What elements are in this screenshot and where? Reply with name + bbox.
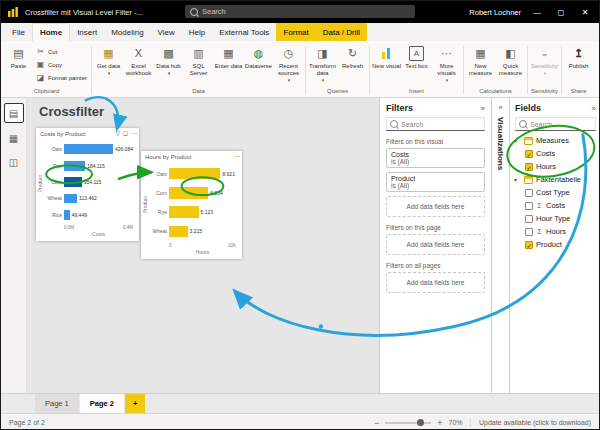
axis-tick: 0.4M bbox=[123, 225, 133, 230]
user-name[interactable]: Robert Lochner bbox=[469, 8, 521, 17]
fields-item-hours[interactable]: ✓Hours bbox=[510, 160, 600, 173]
menu-tab-data-drill[interactable]: Data / Drill bbox=[316, 23, 367, 41]
new-visual-button[interactable]: New visual bbox=[372, 43, 401, 86]
value-label: 113.462 bbox=[79, 195, 97, 201]
menu-tab-file[interactable]: File bbox=[5, 23, 32, 41]
expand-pane-icon[interactable]: « bbox=[498, 103, 502, 112]
minimize-button[interactable]: — bbox=[529, 8, 545, 17]
more-options-icon[interactable]: ⋯ bbox=[131, 129, 137, 136]
fields-item-costs[interactable]: ✓Costs bbox=[510, 147, 600, 160]
fields-item-product[interactable]: ✓Product bbox=[510, 238, 600, 251]
paste-button[interactable]: ▤Paste bbox=[4, 43, 33, 86]
update-available-link[interactable]: Update available (click to download) bbox=[479, 419, 591, 426]
new-page-button[interactable]: + bbox=[125, 394, 145, 413]
field-checkbox[interactable] bbox=[525, 202, 533, 210]
focus-mode-icon[interactable]: ◻ bbox=[123, 129, 128, 136]
canvas-title-textbox[interactable]: Crossfilter bbox=[39, 104, 104, 119]
excel-workbook-button[interactable]: XExcel workbook bbox=[124, 43, 153, 86]
more-visuals-button[interactable]: ⋯More visuals▾ bbox=[432, 43, 461, 86]
publish-button[interactable]: ↥Publish bbox=[564, 43, 593, 86]
text-box-button[interactable]: AText box bbox=[402, 43, 431, 86]
category-label: Rice bbox=[46, 212, 62, 218]
filter-card-costs[interactable]: Costsis (All) bbox=[386, 148, 485, 168]
zoom-slider[interactable] bbox=[385, 422, 431, 424]
add-data-fields-target[interactable]: Add data fields here bbox=[386, 196, 485, 217]
fields-item-cost-type[interactable]: Cost Type bbox=[510, 186, 600, 199]
chevron-down-icon: ▾ bbox=[98, 70, 120, 76]
add-data-fields-target[interactable]: Add data fields here bbox=[386, 234, 485, 255]
menu-tab-home[interactable]: Home bbox=[32, 23, 70, 41]
bar-row: Wheat113.462 bbox=[46, 190, 134, 206]
bar[interactable] bbox=[169, 226, 188, 238]
field-checkbox[interactable]: ✓ bbox=[525, 163, 533, 171]
new-measure-button[interactable]: ▦New measure bbox=[466, 43, 495, 86]
zoom-out-button[interactable]: − bbox=[374, 418, 379, 428]
maximize-button[interactable]: ◻ bbox=[553, 8, 569, 17]
page-tab-page-2[interactable]: Page 2 bbox=[80, 394, 124, 413]
data-hub-button[interactable]: ▩Data hub▾ bbox=[154, 43, 183, 86]
format-painter-button[interactable]: ◪Format painter bbox=[34, 72, 89, 83]
report-canvas[interactable]: Crossfilter ▽ ◻ ⋯ Costs by Product Oats4… bbox=[27, 98, 379, 393]
filter-card-product[interactable]: Productis (All) bbox=[386, 172, 485, 192]
filter-funnel-icon[interactable]: ▽ bbox=[115, 129, 120, 136]
menu-tab-help[interactable]: Help bbox=[182, 23, 212, 41]
dataverse-button[interactable]: ◍Dataverse bbox=[244, 43, 273, 86]
bar[interactable] bbox=[64, 161, 85, 171]
enter-data-button[interactable]: ▦Enter data bbox=[214, 43, 243, 86]
quick-measure-button[interactable]: ◧Quick measure bbox=[496, 43, 525, 86]
fields-item-hours[interactable]: ΣHours bbox=[510, 225, 600, 238]
filters-search-input[interactable]: Search bbox=[386, 117, 485, 131]
menu-tab-modeling[interactable]: Modeling bbox=[104, 23, 150, 41]
fields-group-measures[interactable]: ▾Measures bbox=[510, 134, 600, 147]
recent-sources-button[interactable]: ◷Recent sources▾ bbox=[274, 43, 303, 86]
menu-tab-external-tools[interactable]: External Tools bbox=[212, 23, 276, 41]
fields-item-hour-type[interactable]: Hour Type bbox=[510, 212, 600, 225]
bar[interactable] bbox=[64, 144, 113, 154]
sql-server-button[interactable]: ▥SQL Server bbox=[184, 43, 213, 86]
field-checkbox[interactable]: ✓ bbox=[525, 241, 533, 249]
page-tab-page-1[interactable]: Page 1 bbox=[35, 394, 79, 413]
rail-data-view[interactable]: ▦ bbox=[5, 129, 23, 147]
cut-button[interactable]: ✂Cut bbox=[34, 46, 89, 57]
add-data-fields-target[interactable]: Add data fields here bbox=[386, 272, 485, 293]
rail-model-view[interactable]: ◫ bbox=[5, 153, 23, 171]
fields-pane: Fields » Search ▾Measures✓Costs✓Hours▾Fa… bbox=[509, 98, 600, 393]
zoom-in-button[interactable]: + bbox=[437, 418, 442, 428]
zoom-level[interactable]: 70% bbox=[449, 419, 463, 426]
status-divider: │ bbox=[469, 419, 473, 426]
bar[interactable] bbox=[64, 194, 77, 204]
get-data-button[interactable]: ▦Get data▾ bbox=[94, 43, 123, 86]
bar[interactable] bbox=[64, 177, 82, 187]
menu-tab-format[interactable]: Format bbox=[276, 23, 315, 41]
transform-data-button[interactable]: ◨Transform data▾ bbox=[308, 43, 337, 86]
bar[interactable] bbox=[169, 206, 199, 218]
titlebar-search-input[interactable]: Search bbox=[185, 5, 415, 18]
field-checkbox[interactable]: ✓ bbox=[525, 150, 533, 158]
sensitivity-button[interactable]: ◒Sensitivity▾ bbox=[530, 43, 559, 86]
collapse-pane-icon[interactable]: » bbox=[481, 104, 485, 113]
fields-group-faktentabelle[interactable]: ▾Faktentabelle bbox=[510, 173, 600, 186]
rail-report-view[interactable]: ▤ bbox=[4, 103, 24, 123]
ribbon-group-insert: New visualAText box⋯More visuals▾Insert bbox=[371, 43, 462, 97]
zoom-slider-thumb[interactable] bbox=[417, 419, 424, 426]
bar[interactable] bbox=[64, 210, 70, 220]
field-checkbox[interactable] bbox=[525, 189, 533, 197]
field-checkbox[interactable] bbox=[525, 215, 533, 223]
fields-search-input[interactable]: Search bbox=[515, 117, 596, 131]
refresh-button[interactable]: ↻Refresh bbox=[338, 43, 367, 86]
visual-costs-by-product[interactable]: ▽ ◻ ⋯ Costs by Product Oats426.084Rye184… bbox=[36, 128, 139, 241]
bar[interactable] bbox=[169, 187, 208, 199]
field-checkbox[interactable] bbox=[525, 228, 533, 236]
bar[interactable] bbox=[169, 168, 220, 180]
fields-item-costs[interactable]: ΣCosts bbox=[510, 199, 600, 212]
copy-button[interactable]: ▣Copy bbox=[34, 59, 89, 70]
menu-tab-view[interactable]: View bbox=[151, 23, 182, 41]
category-label: Oats bbox=[151, 171, 167, 177]
close-button[interactable]: ✕ bbox=[577, 8, 593, 17]
menu-tab-insert[interactable]: Insert bbox=[70, 23, 104, 41]
collapse-pane-icon[interactable]: » bbox=[592, 104, 596, 113]
visualizations-pane-collapsed[interactable]: « Visualizations bbox=[491, 98, 509, 393]
more-options-icon[interactable]: ⋯ bbox=[234, 152, 240, 159]
visual-hours-by-product[interactable]: ⋯ Hours by Product Oats8.921Corn6.804Rye… bbox=[141, 151, 242, 259]
ribbon: ▤Paste✂Cut▣Copy◪Format painterClipboard▦… bbox=[1, 41, 599, 98]
